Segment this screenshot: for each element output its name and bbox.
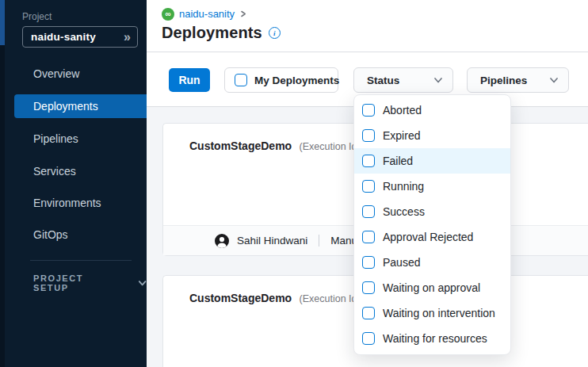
sidebar-item-overview[interactable]: Overview [33, 62, 79, 86]
menu-item-failed[interactable]: Failed [354, 148, 510, 174]
app-root: Project naidu-sanity » Overview Deployme… [0, 0, 588, 367]
avatar [215, 234, 229, 248]
chevron-down-icon [549, 75, 559, 85]
breadcrumb: ∞ naidu-sanity [162, 7, 247, 21]
section-label: PROJECT SETUP [33, 273, 117, 292]
chevron-down-icon [138, 278, 147, 288]
project-label: Project [22, 11, 52, 22]
menu-item-label: Success [383, 205, 425, 218]
execution-id-text: (Execution Id [300, 293, 357, 304]
pipeline-name: CustomStageDemo [189, 292, 292, 304]
info-icon[interactable]: i [269, 27, 281, 39]
status-dropdown-label: Status [367, 75, 399, 86]
sidebar-item-pipelines[interactable]: Pipelines [33, 127, 78, 151]
page-header: ∞ naidu-sanity Deployments i [147, 0, 588, 52]
triggered-by: Sahil Hindwani [237, 235, 307, 247]
checkbox-icon[interactable] [362, 281, 375, 294]
sidebar-item-label: Deployments [33, 94, 98, 118]
project-name: naidu-sanity [31, 31, 124, 43]
menu-item-waiting-on-approval[interactable]: Waiting on approval [354, 275, 510, 300]
checkbox-icon[interactable] [362, 155, 375, 167]
menu-item-label: Waiting for resources [383, 332, 487, 345]
breadcrumb-project-link[interactable]: naidu-sanity [179, 8, 235, 20]
pipeline-name: CustomStageDemo [189, 140, 292, 152]
checkbox-icon[interactable] [362, 180, 375, 193]
checkbox-icon[interactable] [362, 205, 375, 218]
checkbox-icon[interactable] [362, 256, 375, 269]
menu-item-label: Waiting on intervention [383, 307, 495, 319]
run-button[interactable]: Run [169, 68, 210, 92]
checkbox-icon[interactable] [362, 231, 375, 243]
checkbox-icon[interactable] [362, 129, 375, 142]
menu-item-label: Approval Rejected [383, 231, 473, 243]
pipelines-dropdown-label: Pipelines [480, 75, 527, 86]
double-chevron-right-icon[interactable]: » [124, 31, 131, 44]
cd-module-icon: ∞ [162, 8, 174, 21]
menu-item-running[interactable]: Running [354, 174, 510, 199]
sidebar-section-project-setup[interactable]: PROJECT SETUP [33, 273, 147, 293]
my-deployments-label: My Deployments [254, 75, 339, 86]
chevron-right-icon [239, 10, 247, 18]
sidebar-item-services[interactable]: Services [33, 159, 76, 183]
sidebar-item-deployments[interactable]: Deployments [14, 94, 147, 118]
sidebar-item-environments[interactable]: Environments [33, 191, 101, 215]
page-title: Deployments [162, 24, 262, 42]
title-row: Deployments i [162, 24, 281, 42]
project-sidebar: Project naidu-sanity » Overview Deployme… [5, 0, 147, 367]
main-panel: ∞ naidu-sanity Deployments i Run My Depl… [147, 0, 588, 367]
menu-item-label: Aborted [383, 104, 422, 117]
menu-item-aborted[interactable]: Aborted [354, 97, 510, 123]
menu-item-label: Expired [383, 129, 420, 142]
my-deployments-filter[interactable]: My Deployments [224, 67, 338, 93]
execution-id-text: (Execution Id [300, 141, 357, 152]
chevron-down-icon [433, 75, 443, 85]
checkbox-icon[interactable] [362, 104, 375, 117]
checkbox-icon[interactable] [362, 332, 375, 345]
checkbox-icon[interactable] [362, 307, 375, 319]
menu-item-label: Paused [383, 256, 420, 269]
menu-item-expired[interactable]: Expired [354, 123, 510, 148]
menu-item-label: Waiting on approval [383, 281, 480, 294]
menu-item-success[interactable]: Success [354, 199, 510, 224]
sidebar-divider [30, 260, 132, 261]
project-selector[interactable]: naidu-sanity » [22, 26, 138, 48]
pipelines-dropdown[interactable]: Pipelines [467, 67, 569, 93]
menu-item-approval-rejected[interactable]: Approval Rejected [354, 224, 510, 250]
status-dropdown[interactable]: Status [353, 67, 453, 93]
status-dropdown-menu: Aborted Expired Failed Running Success A… [353, 94, 511, 355]
menu-item-waiting-on-intervention[interactable]: Waiting on intervention [354, 300, 510, 326]
menu-item-label: Running [383, 180, 424, 193]
checkbox-icon[interactable] [235, 74, 247, 86]
sidebar-item-gitops[interactable]: GitOps [33, 223, 68, 247]
menu-item-paused[interactable]: Paused [354, 250, 510, 275]
menu-item-waiting-for-resources[interactable]: Waiting for resources [354, 326, 510, 351]
menu-item-label: Failed [383, 155, 413, 167]
footer-divider [319, 235, 319, 247]
